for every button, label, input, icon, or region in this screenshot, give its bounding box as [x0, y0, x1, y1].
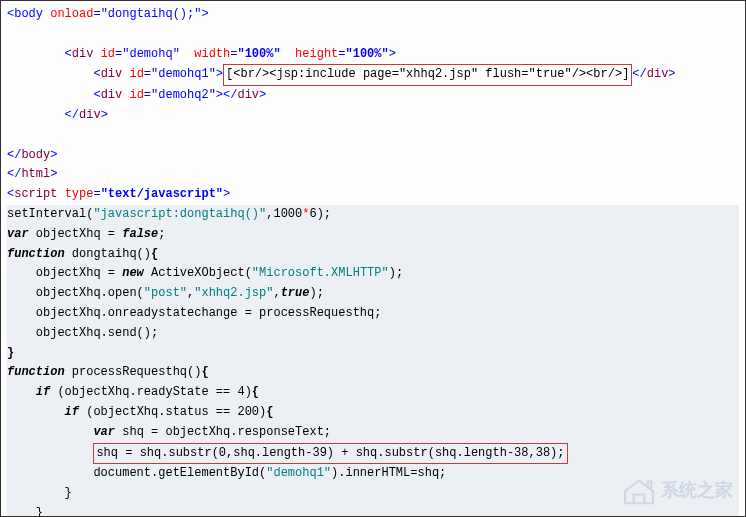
t: > — [389, 47, 396, 61]
t: > — [668, 67, 675, 81]
code-line: objectXhq.open("post","xhhq2.jsp",true); — [7, 284, 739, 304]
watermark: 系统之家 — [621, 476, 733, 506]
t: "Microsoft.XMLHTTP" — [252, 266, 389, 280]
t: div — [237, 88, 259, 102]
t: true — [281, 286, 310, 300]
code-line: function dongtaihq(){ — [7, 245, 739, 265]
t: "demohq1" — [151, 67, 216, 81]
t: = — [93, 187, 100, 201]
watermark-icon — [621, 477, 657, 505]
t: if — [65, 405, 79, 419]
val: "dongtaihq();" — [101, 7, 202, 21]
blank-line — [7, 25, 739, 45]
t: "javascript:dongtaihq()" — [93, 207, 266, 221]
t: var — [93, 425, 115, 439]
watermark-text: 系统之家 — [661, 476, 733, 506]
t: width — [194, 47, 230, 61]
code-line: <div id="demohq" width="100%" height="10… — [7, 45, 739, 65]
t: > — [50, 148, 57, 162]
code-line: function processRequesthq(){ — [7, 363, 739, 383]
t: > — [259, 88, 266, 102]
t: "demohq2" — [151, 88, 216, 102]
t: div — [72, 47, 94, 61]
t — [281, 47, 295, 61]
t: function — [7, 365, 65, 379]
t: > — [216, 67, 223, 81]
t: body — [21, 148, 50, 162]
t — [93, 47, 100, 61]
t: </ — [632, 67, 646, 81]
code-line: <body onload="dongtaihq();"> — [7, 5, 739, 25]
highlighted-substr-line: shq = shq.substr(0,shq.length-39) + shq.… — [93, 443, 567, 465]
t: div — [647, 67, 669, 81]
t: } — [7, 486, 72, 500]
t: } — [7, 506, 43, 517]
t: { — [151, 247, 158, 261]
t: shq = objectXhq.responseText; — [115, 425, 331, 439]
t: objectXhq.open( — [7, 286, 144, 300]
t: "demohq" — [122, 47, 180, 61]
code-block: <body onload="dongtaihq();"> <div id="de… — [7, 5, 739, 517]
t: false — [122, 227, 158, 241]
t: = — [338, 47, 345, 61]
t: = — [144, 67, 151, 81]
highlighted-jsp-include: [<br/><jsp:include page="xhhq2.jsp" flus… — [223, 64, 632, 86]
t: ; — [158, 227, 165, 241]
code-line: </div> — [7, 106, 739, 126]
t: div — [79, 108, 101, 122]
t: (objectXhq.status == 200) — [79, 405, 266, 419]
t: { — [252, 385, 259, 399]
t: "demohq1" — [266, 466, 331, 480]
t — [180, 47, 194, 61]
code-line: <script type="text/javascript"> — [7, 185, 739, 205]
code-line: } — [7, 344, 739, 364]
t: { — [266, 405, 273, 419]
t: dongtaihq() — [65, 247, 151, 261]
t: 6); — [309, 207, 331, 221]
t: , — [273, 286, 280, 300]
t: ).innerHTML=shq; — [331, 466, 446, 480]
t: ></ — [216, 88, 238, 102]
t: processRequesthq() — [65, 365, 202, 379]
t: "xhhq2.jsp" — [194, 286, 273, 300]
code-line: var objectXhq = false; — [7, 225, 739, 245]
t: </ — [7, 108, 79, 122]
t: < — [7, 88, 101, 102]
t — [7, 385, 36, 399]
eq: = — [93, 7, 100, 21]
close: > — [201, 7, 208, 21]
code-line: </body> — [7, 146, 739, 166]
t: ,1000 — [266, 207, 302, 221]
code-line: objectXhq.send(); — [7, 324, 739, 344]
t: if — [36, 385, 50, 399]
t: new — [122, 266, 144, 280]
t — [7, 405, 65, 419]
t: id — [129, 67, 143, 81]
t: id — [129, 88, 143, 102]
code-line: objectXhq.onreadystatechange = processRe… — [7, 304, 739, 324]
t: < — [7, 67, 101, 81]
t: > — [50, 167, 57, 181]
t: < — [7, 47, 72, 61]
code-line: shq = shq.substr(0,shq.length-39) + shq.… — [7, 443, 739, 465]
t: "100%" — [237, 47, 280, 61]
t: } — [7, 346, 14, 360]
t: script — [14, 187, 57, 201]
t: objectXhq.send(); — [7, 326, 158, 340]
t — [7, 446, 93, 460]
t: "text/javascript" — [101, 187, 223, 201]
t: setInterval( — [7, 207, 93, 221]
code-line: objectXhq = new ActiveXObject("Microsoft… — [7, 264, 739, 284]
t: = — [144, 88, 151, 102]
t: objectXhq = — [7, 266, 122, 280]
t: id — [101, 47, 115, 61]
t: div — [101, 67, 123, 81]
t: "100%" — [346, 47, 389, 61]
tag: <body — [7, 7, 50, 21]
t: div — [101, 88, 123, 102]
script-block: setInterval("javascript:dongtaihq()",100… — [7, 205, 739, 517]
code-line: var shq = objectXhq.responseText; — [7, 423, 739, 443]
code-line: if (objectXhq.status == 200){ — [7, 403, 739, 423]
t: ActiveXObject( — [144, 266, 252, 280]
t: </ — [7, 148, 21, 162]
